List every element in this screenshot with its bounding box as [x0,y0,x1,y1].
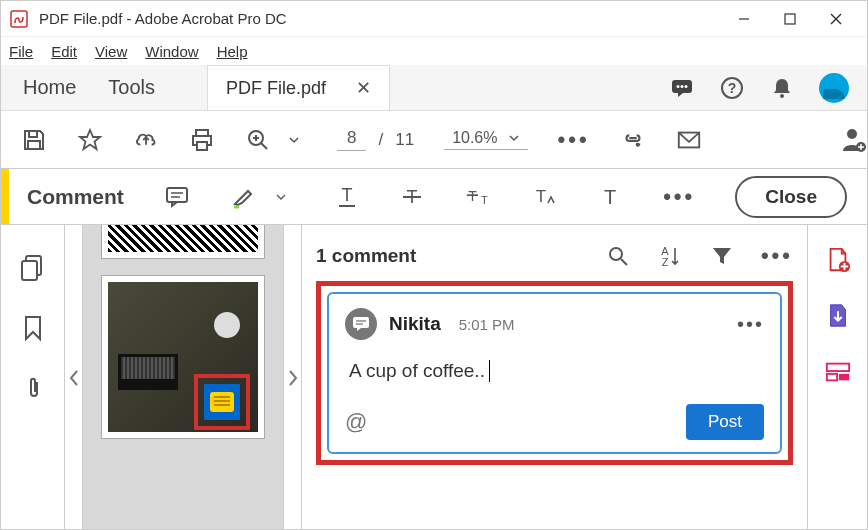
comment-time: 5:01 PM [459,316,515,333]
star-icon[interactable] [77,127,103,153]
tab-home[interactable]: Home [23,76,76,99]
maximize-button[interactable] [767,1,813,37]
user-avatar[interactable] [819,73,849,103]
page-separator: / [378,130,383,150]
main-toolbar: 8 / 11 10.6% ••• [1,111,867,169]
comment-marker[interactable] [194,374,250,430]
svg-rect-50 [826,364,848,371]
email-icon[interactable] [676,127,702,153]
comment-toolbar: Comment T T TT T T ••• Close [1,169,867,225]
save-icon[interactable] [21,127,47,153]
replace-text-icon[interactable]: TT [465,184,491,210]
zoom-dropdown-icon[interactable] [281,127,307,153]
svg-rect-16 [197,142,207,150]
svg-text:T: T [481,194,488,206]
tab-tools[interactable]: Tools [108,76,155,99]
page-navigator: 8 / 11 [337,128,414,151]
svg-point-22 [847,129,857,139]
svg-text:T: T [536,187,546,206]
strikethrough-text-icon[interactable]: T [400,184,426,210]
sort-comments-icon[interactable]: AZ [657,243,683,269]
page-thumbnail[interactable] [101,275,265,439]
comment-card[interactable]: Nikita 5:01 PM ••• A cup of coffee.. @ P… [327,292,782,454]
comment-title: Comment [27,185,124,209]
link-share-icon[interactable] [620,127,646,153]
svg-text:T: T [341,185,352,205]
tab-close-icon[interactable]: ✕ [356,77,371,99]
page-current-input[interactable]: 8 [337,128,366,151]
zoom-value: 10.6% [452,129,497,147]
menu-window[interactable]: Window [145,43,198,60]
svg-rect-12 [29,131,37,137]
thumb-prev-button[interactable] [65,225,83,530]
notifications-chat-icon[interactable] [669,75,695,101]
svg-rect-51 [826,374,836,381]
close-button[interactable]: Close [735,176,847,218]
export-pdf-tool-icon[interactable] [825,303,851,329]
svg-text:Z: Z [662,256,669,268]
help-icon[interactable]: ? [719,75,745,101]
comment-panel: 1 comment AZ ••• Nikita 5:01 PM ••• A cu… [301,225,807,530]
tab-bar: Home Tools PDF File.pdf ✕ ? [1,65,867,111]
close-window-button[interactable] [813,1,859,37]
active-indicator [1,169,9,224]
svg-rect-39 [22,261,37,280]
comment-type-icon [345,308,377,340]
svg-rect-13 [28,141,40,149]
filter-comments-icon[interactable] [709,243,735,269]
mention-button[interactable]: @ [345,409,367,435]
acrobat-app-icon [9,9,29,29]
cloud-upload-icon[interactable] [133,127,159,153]
comment-panel-more-icon[interactable]: ••• [761,243,793,269]
zoom-select[interactable]: 10.6% [444,129,527,150]
insert-text-icon[interactable]: T [531,184,557,210]
organize-pages-tool-icon[interactable] [825,359,851,385]
window-title: PDF File.pdf - Adobe Acrobat Pro DC [39,10,721,27]
svg-point-11 [780,94,784,98]
menu-view[interactable]: View [95,43,127,60]
bookmark-icon[interactable] [20,315,46,341]
comment-count: 1 comment [316,245,605,267]
svg-line-18 [261,143,267,149]
thumbnail-strip[interactable] [83,225,283,530]
menu-edit[interactable]: Edit [51,43,77,60]
menu-help[interactable]: Help [217,43,248,60]
minimize-button[interactable] [721,1,767,37]
print-icon[interactable] [189,127,215,153]
svg-rect-52 [838,374,848,381]
close-button-label: Close [765,186,817,207]
sticky-note-icon[interactable] [164,184,190,210]
svg-line-41 [621,259,627,265]
page-thumbnails-icon[interactable] [20,255,46,281]
thumb-next-button[interactable] [283,225,301,530]
comment-input[interactable]: A cup of coffee.. [349,360,764,382]
page-thumbnail[interactable] [101,225,265,259]
menu-bar: File Edit View Window Help [1,37,867,65]
bell-icon[interactable] [769,75,795,101]
post-button-label: Post [708,412,742,431]
more-tools-icon[interactable]: ••• [558,127,590,153]
tab-file[interactable]: PDF File.pdf ✕ [207,65,390,110]
more-comment-tools-icon[interactable]: ••• [663,184,695,210]
svg-rect-2 [785,14,795,24]
underline-text-icon[interactable]: T [334,184,360,210]
create-pdf-tool-icon[interactable] [825,247,851,273]
left-rail [1,225,65,530]
add-text-icon[interactable]: T [597,184,623,210]
highlighter-dropdown-icon[interactable] [268,184,294,210]
right-tools-rail [807,225,867,530]
add-user-icon[interactable] [841,127,867,153]
text-cursor [489,360,490,382]
chevron-down-icon [508,132,520,144]
search-comments-icon[interactable] [605,243,631,269]
post-button[interactable]: Post [686,404,764,440]
content-area: 1 comment AZ ••• Nikita 5:01 PM ••• A cu… [1,225,867,530]
attachment-icon[interactable] [20,375,46,401]
svg-point-7 [681,85,684,88]
svg-text:?: ? [728,80,737,96]
comment-more-icon[interactable]: ••• [737,313,764,336]
highlighter-icon[interactable] [230,184,256,210]
svg-point-8 [685,85,688,88]
menu-file[interactable]: File [9,43,33,60]
zoom-icon[interactable] [245,127,271,153]
